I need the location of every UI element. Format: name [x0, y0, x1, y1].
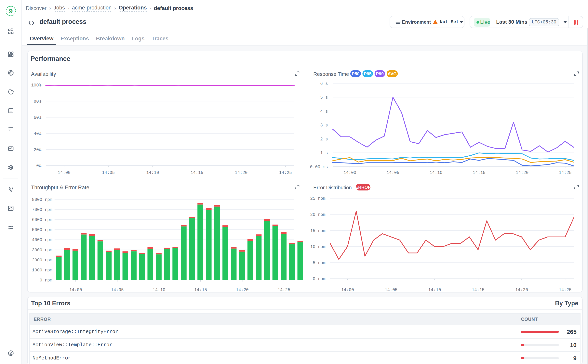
svg-text:Availability: Availability — [31, 71, 56, 77]
svg-text:6000 rpm: 6000 rpm — [32, 217, 52, 222]
svg-text:5 s: 5 s — [320, 95, 328, 100]
svg-text:1 s: 1 s — [320, 151, 328, 156]
svg-text:14:25: 14:25 — [277, 288, 290, 292]
svg-text:P50: P50 — [352, 71, 359, 76]
svg-text:60%: 60% — [34, 115, 41, 120]
svg-text:3000 rpm: 3000 rpm — [32, 248, 52, 253]
svg-text:14:10: 14:10 — [146, 170, 159, 175]
svg-text:20%: 20% — [34, 148, 41, 152]
svg-text:14:10: 14:10 — [428, 288, 441, 292]
svg-text:0 rpm: 0 rpm — [39, 278, 52, 283]
svg-text:Error Distribution: Error Distribution — [313, 185, 352, 190]
svg-text:Response Time: Response Time — [313, 71, 349, 77]
svg-text:6 s: 6 s — [320, 81, 328, 86]
svg-text:14:25: 14:25 — [559, 170, 572, 175]
svg-text:14:20: 14:20 — [236, 288, 249, 292]
svg-text:0 rpm: 0 rpm — [313, 277, 326, 281]
svg-text:14:15: 14:15 — [472, 288, 484, 292]
svg-text:5 rpm: 5 rpm — [313, 260, 326, 265]
svg-text:9: 9 — [9, 7, 13, 15]
svg-text:P99: P99 — [376, 71, 384, 76]
svg-text:14:20: 14:20 — [515, 288, 528, 292]
svg-text:8000 rpm: 8000 rpm — [32, 197, 52, 202]
svg-text:40%: 40% — [34, 131, 41, 136]
svg-text:AVG: AVG — [388, 71, 397, 76]
svg-text:14:00: 14:00 — [58, 170, 71, 175]
svg-text:14:05: 14:05 — [111, 288, 124, 292]
svg-text:5000 rpm: 5000 rpm — [32, 228, 52, 232]
svg-text:2000 rpm: 2000 rpm — [32, 258, 52, 263]
svg-text:15 rpm: 15 rpm — [310, 228, 326, 233]
svg-text:14:05: 14:05 — [385, 288, 398, 292]
svg-text:7000 rpm: 7000 rpm — [32, 208, 52, 212]
svg-text:80%: 80% — [34, 99, 41, 104]
svg-text:14:10: 14:10 — [430, 170, 442, 175]
svg-text:14:00: 14:00 — [341, 288, 354, 292]
svg-text:14:15: 14:15 — [473, 170, 485, 175]
svg-text:1000 rpm: 1000 rpm — [32, 268, 52, 273]
svg-text:14:05: 14:05 — [387, 170, 399, 175]
svg-text:10 rpm: 10 rpm — [310, 244, 326, 249]
svg-text:14:00: 14:00 — [69, 288, 82, 292]
svg-text:14:25: 14:25 — [279, 170, 292, 175]
svg-text:14:25: 14:25 — [559, 288, 572, 292]
svg-text:3 s: 3 s — [320, 123, 328, 128]
svg-text:100%: 100% — [31, 83, 41, 88]
svg-text:14:00: 14:00 — [343, 170, 356, 175]
svg-text:ERROR: ERROR — [355, 185, 371, 190]
svg-text:14:20: 14:20 — [235, 170, 248, 175]
svg-text:4 s: 4 s — [320, 109, 328, 114]
svg-text:14:10: 14:10 — [152, 288, 165, 292]
svg-text:0%: 0% — [36, 163, 41, 168]
svg-text:14:20: 14:20 — [516, 170, 529, 175]
svg-text:14:15: 14:15 — [190, 170, 203, 175]
svg-text:14:15: 14:15 — [194, 288, 207, 292]
svg-text:20 rpm: 20 rpm — [310, 212, 326, 217]
svg-text:25 rpm: 25 rpm — [310, 196, 326, 201]
svg-text:4000 rpm: 4000 rpm — [32, 238, 52, 242]
svg-text:14:05: 14:05 — [102, 170, 115, 175]
svg-text:P95: P95 — [364, 71, 372, 76]
svg-text:2 s: 2 s — [320, 137, 328, 142]
svg-text:0.00 ms: 0.00 ms — [310, 165, 328, 169]
svg-text:Throughput & Error Rate: Throughput & Error Rate — [31, 185, 89, 190]
